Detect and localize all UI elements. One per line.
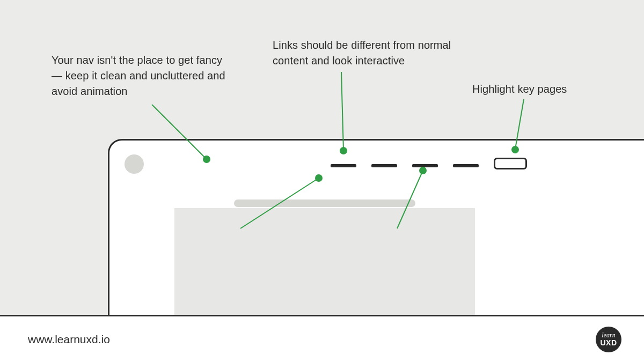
- annotation-links-different: Links should be different from normal co…: [273, 38, 477, 69]
- footer-url: www.learnuxd.io: [28, 333, 110, 346]
- nav-link-placeholder: [412, 164, 438, 167]
- callout-dot-icon: [511, 146, 519, 153]
- callout-dot-icon: [203, 156, 210, 163]
- annotation-keep-clean: Your nav isn't the place to get fancy — …: [52, 53, 234, 99]
- brand-badge-icon: learn UXD: [596, 327, 621, 352]
- footer: www.learnuxd.io learn UXD: [0, 316, 644, 362]
- hero-text-placeholder: [234, 200, 415, 207]
- callout-dot-icon: [315, 174, 323, 182]
- callout-dot-icon: [419, 167, 427, 174]
- annotation-highlight: Highlight key pages: [472, 82, 590, 97]
- badge-line2: UXD: [600, 339, 617, 346]
- logo-placeholder: [125, 154, 144, 174]
- nav-bar: [331, 162, 527, 169]
- nav-cta-placeholder: [494, 158, 527, 169]
- badge-line1: learn: [602, 332, 615, 338]
- browser-wireframe: [108, 139, 644, 315]
- nav-link-placeholder: [453, 164, 479, 167]
- hero-block-placeholder: [174, 208, 475, 316]
- nav-link-placeholder: [371, 164, 397, 167]
- callout-dot-icon: [340, 147, 347, 154]
- nav-link-placeholder: [331, 164, 356, 167]
- diagram-stage: Your nav isn't the place to get fancy — …: [0, 0, 644, 362]
